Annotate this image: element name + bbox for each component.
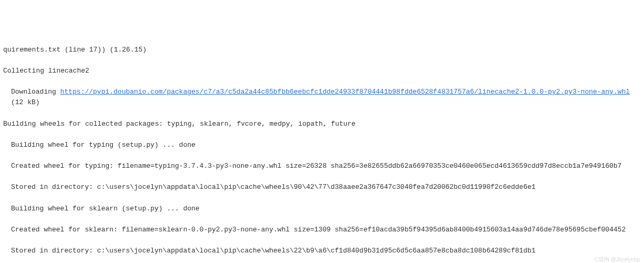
download-prefix: Downloading [11, 88, 60, 96]
terminal-line: Collecting linecache2 [3, 66, 641, 76]
terminal-line: Created wheel for sklearn: filename=skle… [3, 225, 641, 235]
watermark: CSDN @Jocelynhp [595, 256, 640, 263]
terminal-line: Stored in directory: c:\users\jocelyn\ap… [3, 246, 641, 256]
terminal-line: Stored in directory: c:\users\jocelyn\ap… [3, 182, 641, 193]
terminal-line: Building wheel for sklearn (setup.py) ..… [3, 204, 641, 214]
download-url-link[interactable]: https://pypi.doubanio.com/packages/c7/a3… [60, 88, 630, 96]
terminal-line: Downloading https://pypi.doubanio.com/pa… [3, 87, 641, 108]
terminal-line: quirements.txt (line 17)) (1.26.15) [3, 45, 641, 55]
terminal-line: Building wheel for typing (setup.py) ...… [3, 140, 641, 150]
terminal-line: Building wheels for collected packages: … [3, 119, 641, 129]
terminal-line: Created wheel for typing: filename=typin… [3, 161, 641, 171]
